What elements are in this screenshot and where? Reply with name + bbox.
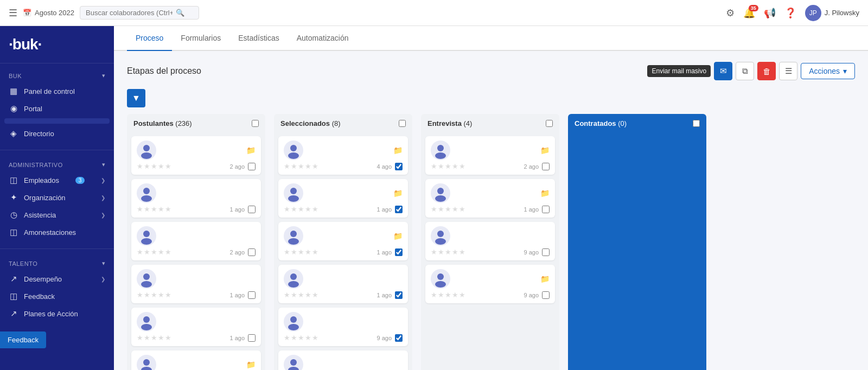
svg-point-44	[435, 238, 446, 245]
card-bottom: ★ ★ ★ ★ ★ 2 ago	[431, 162, 550, 170]
kanban-card[interactable]: 📁 ★ ★ ★ ★ ★ 4 ago	[278, 136, 408, 175]
sidebar-item-organizacion[interactable]: ✦ Organización ❯	[0, 189, 114, 206]
kanban-card[interactable]: ★ ★ ★ ★ ★ 9 ago	[278, 308, 408, 346]
card-time: 9 ago	[524, 292, 539, 298]
card-top: 📁	[284, 141, 403, 160]
sidebar-item-portal[interactable]: ◉ Portal	[0, 100, 114, 117]
sidebar-item-amonestaciones[interactable]: ◫ Amonestaciones	[0, 224, 114, 241]
search-bar[interactable]: 🔍	[80, 6, 199, 20]
feedback-sidebar-tab[interactable]: Feedback	[0, 331, 46, 348]
kanban-column-header: Postulantes (236)	[127, 114, 265, 133]
filter-button[interactable]: ▼	[127, 89, 145, 107]
card-stars: ★ ★ ★ ★ ★	[284, 162, 318, 170]
avatar	[284, 141, 303, 160]
card-checkbox[interactable]	[395, 206, 403, 213]
kanban-card[interactable]: ★ ★ ★ ★ ★ 2 ago	[131, 222, 261, 260]
megaphone-button[interactable]: 📢	[764, 7, 776, 19]
tab-proceso[interactable]: Proceso	[127, 26, 172, 51]
card-time: 9 ago	[524, 249, 539, 256]
col-select-all-checkbox[interactable]	[693, 120, 700, 127]
tab-automatizacion[interactable]: Automatización	[288, 26, 358, 51]
card-checkbox[interactable]	[542, 248, 550, 256]
sidebar-item-panel[interactable]: ▦ Panel de control	[0, 82, 114, 100]
sidebar-item-desempeno[interactable]: ↗ Desempeño ❯	[0, 270, 114, 288]
col-select-all-checkbox[interactable]	[252, 120, 259, 127]
kanban-card[interactable]: 📁 ★ ★ ★ ★ ★ 1 ago	[278, 179, 408, 218]
svg-point-29	[288, 281, 299, 288]
calendar-widget[interactable]: 📅 Agosto 2022	[23, 9, 74, 17]
sidebar-item-feedback[interactable]: ◫ Feedback	[0, 288, 114, 305]
card-checkbox[interactable]	[395, 248, 403, 256]
kanban-card[interactable]: ★ ★ ★ ★ ★ 1 ago	[131, 179, 261, 218]
kanban-card[interactable]: ★ ★ ★ ★ ★ 9 ago	[425, 222, 555, 260]
kanban-card[interactable]: 📁 ★ ★ ★ ★ ★ 2 ago	[131, 136, 261, 175]
kanban-card[interactable]: ★ ★ ★ ★ ★ 1 ago	[131, 308, 261, 346]
kanban-card[interactable]: ★ ★ ★ ★ ★ 1 ago	[278, 265, 408, 303]
svg-point-22	[290, 188, 297, 194]
card-checkbox[interactable]	[248, 291, 256, 299]
delete-button[interactable]: 🗑	[757, 62, 776, 80]
kanban-card[interactable]: 📁 ★ ★ ★ ★ ★ 2 ago	[425, 136, 555, 175]
header-actions: Enviar mail masivo ✉ ⧉ 🗑 ☰ Acciones ▾	[647, 62, 855, 80]
sidebar: ·buk· Buk ▾ ▦ Panel de control ◉ Portal …	[0, 26, 114, 370]
folder-icon: 📁	[246, 146, 256, 155]
card-checkbox[interactable]	[395, 163, 403, 170]
kanban-card[interactable]: ★ ★ ★ ★ ★ 1 ago	[131, 265, 261, 303]
card-checkbox[interactable]	[542, 206, 550, 213]
card-stars: ★ ★ ★ ★ ★	[431, 248, 465, 256]
card-checkbox[interactable]	[248, 206, 256, 213]
chevron-down-icon: ▾	[102, 260, 106, 267]
sidebar-item-planes[interactable]: ↗ Planes de Acción	[0, 305, 114, 322]
kanban-card[interactable]: 📁 ★ ★ ★ ★ ★ 9 ago	[425, 265, 555, 303]
card-top: 📁	[284, 226, 403, 246]
card-top: 📁	[431, 269, 550, 289]
card-checkbox[interactable]	[542, 291, 550, 299]
sidebar-item-label: Planes de Acción	[24, 310, 78, 318]
mail-button[interactable]: ✉	[714, 62, 732, 80]
card-checkbox[interactable]	[248, 334, 256, 342]
card-checkbox[interactable]	[248, 163, 256, 170]
settings-button[interactable]: ⚙	[726, 7, 735, 19]
tab-formularios[interactable]: Formularios	[172, 26, 229, 51]
card-checkbox[interactable]	[395, 291, 403, 299]
card-meta: 2 ago	[229, 248, 256, 256]
kanban-card[interactable]: 📁 ★ ★ ★ ★ ★ 1 ago	[425, 179, 555, 218]
card-time: 2 ago	[524, 163, 539, 170]
sidebar-highlight-item[interactable]	[4, 118, 110, 124]
sidebar-logo: ·buk·	[0, 26, 114, 63]
svg-point-2	[141, 152, 152, 159]
card-time: 1 ago	[229, 335, 245, 341]
avatar	[284, 269, 303, 289]
sidebar-item-asistencia[interactable]: ◷ Asistencia ❯	[0, 206, 114, 224]
card-meta: 1 ago	[376, 291, 403, 299]
tab-estadisticas[interactable]: Estadísticas	[229, 26, 288, 51]
svg-point-13	[143, 316, 150, 323]
list-view-button[interactable]: ☰	[779, 62, 797, 80]
card-checkbox[interactable]	[542, 163, 550, 170]
acciones-button[interactable]: Acciones ▾	[801, 63, 855, 79]
sidebar-item-directorio[interactable]: ◈ Directorio	[0, 125, 114, 142]
desempeno-icon: ↗	[9, 274, 18, 284]
card-stars: ★ ★ ★ ★ ★	[284, 248, 318, 256]
card-meta: 1 ago	[524, 206, 550, 213]
col-select-all-checkbox[interactable]	[546, 120, 553, 127]
user-menu-button[interactable]: JP J. Pilowsky	[805, 5, 859, 21]
kanban-card[interactable]: ★ ★ ★ ★ ★ 8 ago	[278, 350, 408, 370]
kanban-card[interactable]: 📁 ★ ★ ★ ★ ★ 8 ago	[131, 350, 261, 370]
card-checkbox[interactable]	[248, 248, 256, 256]
folder-icon: 📁	[393, 146, 403, 155]
hamburger-menu-button[interactable]: ☰	[9, 7, 17, 19]
col-select-all-checkbox[interactable]	[399, 120, 406, 127]
card-checkbox[interactable]	[395, 334, 403, 342]
sidebar-item-empleados[interactable]: ◫ Empleados 3 ❯	[0, 171, 114, 189]
card-bottom: ★ ★ ★ ★ ★ 1 ago	[137, 291, 256, 299]
card-bottom: ★ ★ ★ ★ ★ 1 ago	[137, 205, 256, 213]
search-input[interactable]	[86, 9, 173, 17]
chevron-right-icon: ❯	[101, 177, 105, 183]
notifications-button[interactable]: 🔔 35	[743, 7, 755, 19]
kanban-card[interactable]: 📁 ★ ★ ★ ★ ★ 1 ago	[278, 222, 408, 260]
copy-button[interactable]: ⧉	[736, 62, 754, 80]
card-top	[137, 312, 256, 331]
card-bottom: ★ ★ ★ ★ ★ 9 ago	[431, 248, 550, 256]
help-button[interactable]: ❓	[784, 7, 796, 19]
